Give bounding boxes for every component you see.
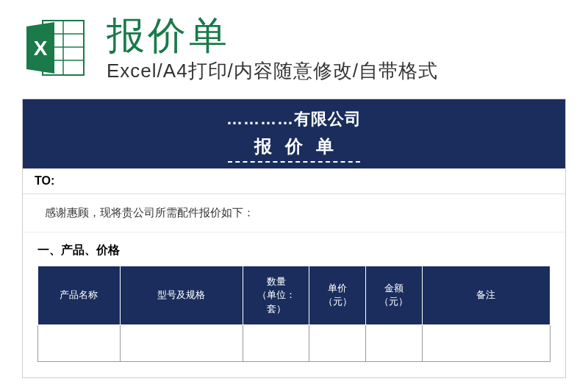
page-header: X 报价单 Excel/A4打印/内容随意修改/自带格式: [0, 0, 588, 91]
cell-amount: [366, 324, 423, 361]
price-table: 产品名称 型号及规格 数量（单位：套） 单价（元） 金额（元） 备注: [37, 266, 551, 362]
header-text-block: 报价单 Excel/A4打印/内容随意修改/自带格式: [107, 15, 566, 84]
document-title: 报价单: [23, 135, 565, 158]
document-header: …………有限公司 报价单: [23, 99, 565, 168]
table-header-row: 产品名称 型号及规格 数量（单位：套） 单价（元） 金额（元） 备注: [38, 266, 551, 325]
section-title: 一、产品、价格: [23, 232, 565, 266]
cell-product-name: [38, 324, 121, 361]
th-unit-price: 单价（元）: [309, 266, 366, 325]
cell-remark: [422, 324, 550, 361]
thanks-text: 感谢惠顾，现将贵公司所需配件报价如下：: [23, 194, 565, 232]
cell-unit-price: [309, 324, 366, 361]
cell-quantity: [243, 324, 309, 361]
th-remark: 备注: [422, 266, 550, 325]
th-spec: 型号及规格: [120, 266, 243, 325]
excel-icon: X: [22, 15, 88, 81]
table-row: [38, 324, 551, 361]
company-name: …………有限公司: [23, 108, 565, 130]
to-label: TO:: [35, 174, 54, 187]
cell-spec: [120, 324, 243, 361]
quotation-document: …………有限公司 报价单 TO: 感谢惠顾，现将贵公司所需配件报价如下： 一、产…: [22, 99, 566, 378]
svg-text:X: X: [34, 37, 48, 60]
subtitle: Excel/A4打印/内容随意修改/自带格式: [107, 58, 566, 84]
title-underline: [228, 161, 360, 163]
main-title: 报价单: [107, 15, 566, 57]
th-product-name: 产品名称: [38, 266, 121, 325]
to-section: TO:: [23, 168, 565, 194]
th-amount: 金额（元）: [366, 266, 423, 325]
th-quantity: 数量（单位：套）: [243, 266, 309, 325]
